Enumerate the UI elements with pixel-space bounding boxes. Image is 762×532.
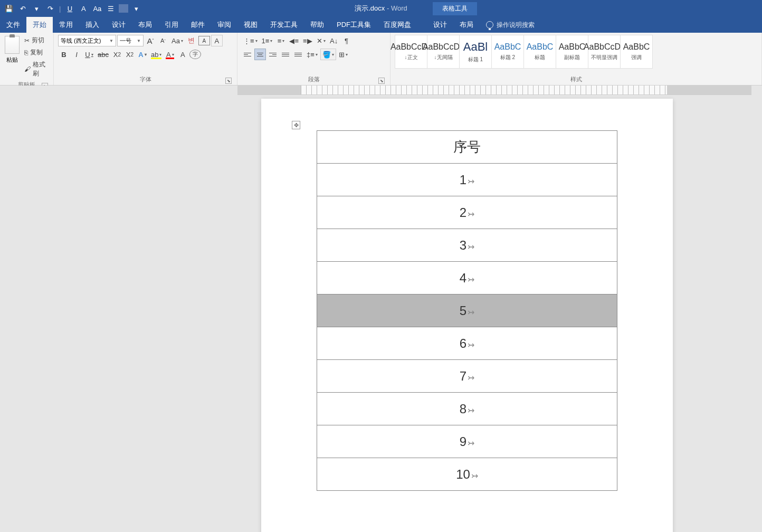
paragraph-launcher[interactable]: ⬊: [378, 78, 385, 84]
cut-button[interactable]: ✂剪切: [22, 35, 49, 46]
style-item-2[interactable]: AaBl标题 1: [459, 35, 492, 69]
change-case-button[interactable]: Aa▾: [170, 35, 185, 46]
table-cell[interactable]: 10↣: [317, 458, 617, 491]
tab-view[interactable]: 视图: [237, 17, 264, 33]
highlight-button[interactable]: ab▾: [149, 49, 163, 60]
ribbon-tabs: 文件 开始 常用 插入 设计 布局 引用 邮件 审阅 视图 开发工具 帮助 PD…: [0, 17, 762, 33]
clear-formatting-button[interactable]: A: [211, 35, 223, 46]
table-cell[interactable]: 9↣: [317, 425, 617, 458]
asian-layout-button[interactable]: ✕▾: [315, 35, 327, 46]
italic-button[interactable]: I: [71, 49, 82, 60]
increase-indent-button[interactable]: ≡▶: [301, 35, 314, 46]
paste-button[interactable]: 粘贴: [4, 35, 20, 69]
style-item-3[interactable]: AaBbC标题 2: [491, 35, 524, 69]
shading-button[interactable]: 🪣▾: [320, 49, 336, 60]
tab-common[interactable]: 常用: [53, 17, 79, 33]
tab-file[interactable]: 文件: [0, 17, 26, 33]
table-move-handle[interactable]: ✥: [292, 121, 300, 129]
table-cell[interactable]: 6↣: [317, 327, 617, 360]
font-size-combo[interactable]: 一号▼: [117, 35, 144, 46]
style-item-4[interactable]: AaBbC标题: [523, 35, 556, 69]
table-cell[interactable]: 7↣: [317, 360, 617, 393]
document-page[interactable]: ✥ 序号1↣2↣3↣4↣5↣6↣7↣8↣9↣10↣: [261, 99, 673, 532]
redo-button[interactable]: ↷: [44, 3, 56, 14]
align-right-button[interactable]: [267, 49, 279, 60]
copy-button[interactable]: ⎘复制: [22, 47, 49, 58]
numbering-button[interactable]: 1≡▾: [260, 35, 274, 46]
distributed-button[interactable]: [292, 49, 304, 60]
cell-value: 1: [460, 173, 466, 187]
table-cell[interactable]: 5↣: [317, 294, 617, 327]
cut-label: 剪切: [32, 36, 44, 45]
multilevel-button[interactable]: ≡▾: [275, 35, 287, 46]
style-sample: AaBbC: [527, 42, 554, 52]
superscript-button[interactable]: X2: [124, 49, 136, 60]
shrink-font-button[interactable]: Aˇ: [157, 35, 169, 46]
table-cell[interactable]: 4↣: [317, 262, 617, 294]
bold-button[interactable]: B: [58, 49, 70, 60]
styles-gallery[interactable]: AaBbCcDc↓正文AaBbCcDc↓无间隔AaBl标题 1AaBbC标题 2…: [395, 35, 757, 74]
tab-review[interactable]: 审阅: [211, 17, 237, 33]
table-cell[interactable]: 3↣: [317, 229, 617, 262]
qat-change-case[interactable]: Aa: [91, 3, 103, 14]
tab-pdf[interactable]: PDF工具集: [330, 17, 377, 33]
table-cell[interactable]: 1↣: [317, 164, 617, 196]
tab-design[interactable]: 设计: [106, 17, 132, 33]
table-cell[interactable]: 8↣: [317, 393, 617, 425]
qat-font-color[interactable]: A: [78, 3, 89, 14]
decrease-indent-button[interactable]: ◀≡: [288, 35, 300, 46]
tab-mark-icon: ↣: [468, 275, 474, 284]
tab-home[interactable]: 开始: [26, 17, 53, 33]
style-item-1[interactable]: AaBbCcDc↓无间隔: [427, 35, 460, 69]
undo-button[interactable]: ↶: [17, 3, 28, 14]
tab-references[interactable]: 引用: [158, 17, 185, 33]
font-launcher[interactable]: ⬊: [225, 78, 232, 84]
style-name: 标题 1: [468, 56, 483, 63]
tab-table-design[interactable]: 设计: [427, 17, 453, 33]
undo-dropdown[interactable]: ▾: [31, 3, 42, 14]
enclose-char-button[interactable]: 字: [189, 50, 201, 59]
bullets-button[interactable]: ⋮≡▾: [242, 35, 259, 46]
justify-button[interactable]: [280, 49, 291, 60]
sort-button[interactable]: A↓: [328, 35, 340, 46]
tab-help[interactable]: 帮助: [304, 17, 330, 33]
save-button[interactable]: 💾: [3, 3, 15, 14]
tell-me-search[interactable]: 操作说明搜索: [480, 17, 535, 33]
char-border-button[interactable]: A: [198, 36, 210, 45]
horizontal-ruler[interactable]: [237, 86, 751, 95]
subscript-button[interactable]: X2: [111, 49, 123, 60]
underline-button[interactable]: U▾: [83, 49, 95, 60]
tab-baidu[interactable]: 百度网盘: [377, 17, 417, 33]
font-name-combo[interactable]: 等线 (西文正文)▼: [58, 35, 116, 46]
tab-layout[interactable]: 布局: [132, 17, 158, 33]
qat-underline[interactable]: U: [64, 3, 75, 14]
format-painter-button[interactable]: 🖌格式刷: [22, 59, 49, 79]
style-item-6[interactable]: AaBbCcDc不明显强调: [588, 35, 621, 69]
char-shading-button[interactable]: A: [177, 49, 188, 60]
tab-insert[interactable]: 插入: [79, 17, 106, 33]
style-item-0[interactable]: AaBbCcDc↓正文: [395, 35, 427, 69]
align-left-button[interactable]: [242, 49, 253, 60]
font-color-button[interactable]: A▾: [164, 49, 176, 60]
line-spacing-button[interactable]: ‡≡▾: [305, 49, 319, 60]
qat-list[interactable]: ☰: [105, 3, 117, 14]
tab-table-layout[interactable]: 布局: [453, 17, 480, 33]
borders-button[interactable]: ⊞▾: [337, 49, 349, 60]
tab-mailings[interactable]: 邮件: [185, 17, 211, 33]
document-table[interactable]: 序号1↣2↣3↣4↣5↣6↣7↣8↣9↣10↣: [317, 130, 617, 491]
table-cell[interactable]: 2↣: [317, 196, 617, 229]
cell-value: 7: [460, 369, 466, 383]
table-header-cell[interactable]: 序号: [317, 131, 617, 164]
tab-developer[interactable]: 开发工具: [264, 17, 304, 33]
group-styles: AaBbCcDc↓正文AaBbCcDc↓无间隔AaBl标题 1AaBbC标题 2…: [390, 33, 762, 85]
strikethrough-button[interactable]: abc: [96, 49, 110, 60]
qat-highlight[interactable]: [119, 4, 128, 13]
text-effects-button[interactable]: A▾: [137, 49, 148, 60]
align-center-button[interactable]: [254, 49, 266, 60]
grow-font-button[interactable]: Aˆ: [145, 35, 156, 46]
show-marks-button[interactable]: ¶: [341, 35, 353, 46]
style-item-5[interactable]: AaBbC副标题: [556, 35, 588, 69]
qat-more[interactable]: ▾: [130, 3, 142, 14]
style-item-7[interactable]: AaBbC强调: [620, 35, 653, 69]
phonetic-guide-button[interactable]: 변: [186, 35, 197, 46]
